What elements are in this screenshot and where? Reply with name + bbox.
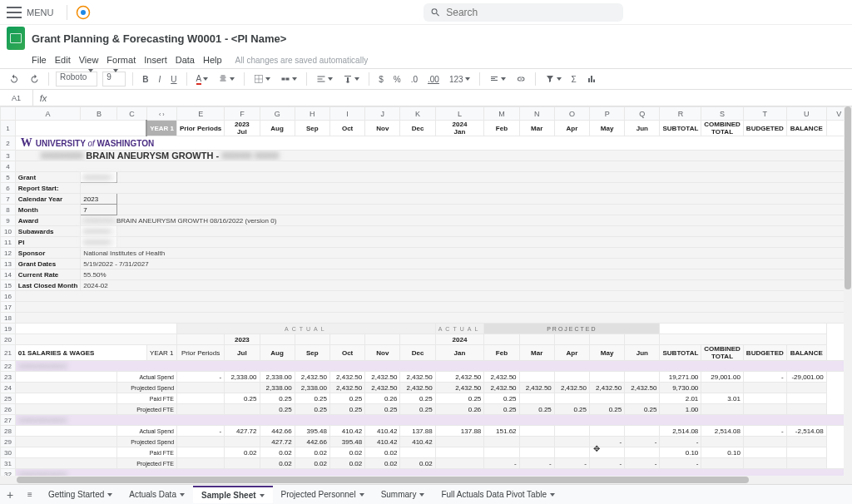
col-header[interactable]: L bbox=[435, 107, 484, 121]
wrap-button[interactable] bbox=[487, 72, 508, 86]
row-header[interactable]: 31 bbox=[1, 458, 16, 469]
row-header[interactable]: 17 bbox=[1, 302, 16, 313]
row-header[interactable]: 16 bbox=[1, 291, 16, 302]
text-color-button[interactable]: A bbox=[194, 72, 211, 86]
row-header[interactable]: 12 bbox=[1, 248, 16, 259]
col-header[interactable]: E bbox=[177, 107, 225, 121]
col-header[interactable]: T bbox=[743, 107, 786, 121]
row-header[interactable]: 26 bbox=[1, 404, 16, 415]
row-header[interactable]: 4 bbox=[1, 161, 16, 172]
row-header[interactable]: 18 bbox=[1, 313, 16, 324]
col-header[interactable]: J bbox=[365, 107, 400, 121]
col-header[interactable]: S bbox=[701, 107, 744, 121]
col-header[interactable]: P bbox=[590, 107, 625, 121]
row-header[interactable]: 24 bbox=[1, 383, 16, 393]
row-header[interactable]: 14 bbox=[1, 269, 16, 280]
borders-button[interactable] bbox=[251, 72, 273, 86]
row-header[interactable]: 7 bbox=[1, 194, 16, 205]
menu-format[interactable]: Format bbox=[106, 55, 136, 65]
row-header[interactable]: 25 bbox=[1, 393, 16, 404]
hamburger-menu[interactable] bbox=[7, 5, 22, 20]
chart-button[interactable] bbox=[584, 72, 599, 86]
dec0-button[interactable]: .0 bbox=[409, 73, 420, 86]
sheet-tab[interactable]: Actuals Data bbox=[121, 486, 193, 503]
row-header[interactable]: 30 bbox=[1, 447, 16, 458]
col-header[interactable]: F bbox=[225, 107, 260, 121]
row-header[interactable]: 13 bbox=[1, 259, 16, 269]
italic-button[interactable]: I bbox=[156, 73, 163, 86]
select-all-cell[interactable] bbox=[1, 107, 16, 121]
row-header[interactable]: 29 bbox=[1, 437, 16, 447]
menu-help[interactable]: Help bbox=[203, 55, 222, 65]
filter-button[interactable] bbox=[542, 72, 564, 86]
row-header[interactable]: 8 bbox=[1, 205, 16, 215]
col-header[interactable]: B bbox=[81, 107, 117, 121]
sigma-button[interactable]: Σ bbox=[569, 73, 579, 86]
link-button[interactable] bbox=[513, 72, 528, 86]
col-header[interactable]: G bbox=[260, 107, 295, 121]
currency-button[interactable]: $ bbox=[376, 73, 386, 86]
search-input[interactable] bbox=[446, 7, 617, 18]
col-header[interactable]: O bbox=[554, 107, 589, 121]
menu-edit[interactable]: Edit bbox=[55, 55, 71, 65]
row-header[interactable]: 21 bbox=[1, 345, 16, 361]
col-header[interactable]: Q bbox=[625, 107, 660, 121]
col-header[interactable]: U bbox=[786, 107, 826, 121]
menu-data[interactable]: Data bbox=[176, 55, 195, 65]
row-header[interactable]: 5 bbox=[1, 172, 16, 183]
row-header[interactable]: 3 bbox=[1, 151, 16, 161]
col-header[interactable]: M bbox=[484, 107, 519, 121]
underline-button[interactable]: U bbox=[168, 73, 179, 86]
row-header[interactable]: 2 bbox=[1, 136, 16, 151]
spreadsheet-area[interactable]: ABC‹ ›EFGHIJKLMNOPQRSTUV 1YEAR 1Prior Pe… bbox=[0, 106, 852, 484]
merge-button[interactable] bbox=[278, 72, 300, 86]
col-header[interactable]: H bbox=[295, 107, 329, 121]
menu-view[interactable]: View bbox=[79, 55, 99, 65]
row-header[interactable]: 20 bbox=[1, 334, 16, 345]
col-header[interactable]: K bbox=[400, 107, 435, 121]
col-header[interactable]: C bbox=[117, 107, 146, 121]
sheet-tab[interactable]: Projected Personnel bbox=[273, 486, 373, 503]
valign-button[interactable] bbox=[340, 72, 362, 86]
menu-insert[interactable]: Insert bbox=[144, 55, 167, 65]
row-header[interactable]: 19 bbox=[1, 324, 16, 334]
percent-button[interactable]: % bbox=[391, 73, 404, 86]
row-header[interactable]: 1 bbox=[1, 121, 16, 136]
document-title[interactable]: Grant Planning & Forecasting W0001 - <PI… bbox=[32, 32, 286, 45]
search-box[interactable] bbox=[424, 3, 623, 22]
cell-reference[interactable]: A1 bbox=[0, 90, 33, 106]
add-sheet-button[interactable]: + bbox=[0, 488, 20, 502]
halign-button[interactable] bbox=[314, 72, 335, 86]
menu-label[interactable]: MENU bbox=[27, 7, 53, 17]
font-select[interactable]: Roboto bbox=[56, 72, 97, 86]
fill-color-button[interactable] bbox=[215, 72, 237, 86]
row-header[interactable]: 23 bbox=[1, 372, 16, 383]
formula-input[interactable] bbox=[53, 93, 852, 103]
font-size-select[interactable]: 9 bbox=[102, 72, 126, 86]
col-header[interactable]: ‹ › bbox=[146, 107, 176, 121]
menu-file[interactable]: File bbox=[32, 55, 47, 65]
horizontal-scrollbar[interactable] bbox=[0, 476, 844, 484]
undo-button[interactable] bbox=[7, 72, 22, 86]
row-header[interactable]: 27 bbox=[1, 415, 16, 426]
sheet-tab[interactable]: Summary bbox=[373, 486, 433, 503]
col-header[interactable]: I bbox=[329, 107, 364, 121]
col-header[interactable]: R bbox=[660, 107, 701, 121]
bold-button[interactable]: B bbox=[140, 73, 151, 86]
dec00-button[interactable]: .00 bbox=[425, 73, 442, 86]
sheet-tab[interactable]: Full Actuals Data Pivot Table bbox=[433, 486, 563, 503]
col-header[interactable]: A bbox=[15, 107, 81, 121]
number-format-button[interactable]: 123 bbox=[447, 73, 473, 86]
col-header[interactable]: N bbox=[519, 107, 554, 121]
row-header[interactable]: 6 bbox=[1, 183, 16, 194]
row-header[interactable]: 28 bbox=[1, 426, 16, 437]
row-header[interactable]: 9 bbox=[1, 215, 16, 226]
redo-button[interactable] bbox=[27, 72, 42, 86]
sheet-tab[interactable]: Getting Started bbox=[40, 486, 121, 503]
all-sheets-button[interactable]: ≡ bbox=[20, 490, 40, 499]
row-header[interactable]: 15 bbox=[1, 280, 16, 291]
row-header[interactable]: 22 bbox=[1, 361, 16, 372]
vertical-scrollbar[interactable] bbox=[844, 106, 852, 484]
row-header[interactable]: 10 bbox=[1, 226, 16, 237]
row-header[interactable]: 11 bbox=[1, 237, 16, 248]
